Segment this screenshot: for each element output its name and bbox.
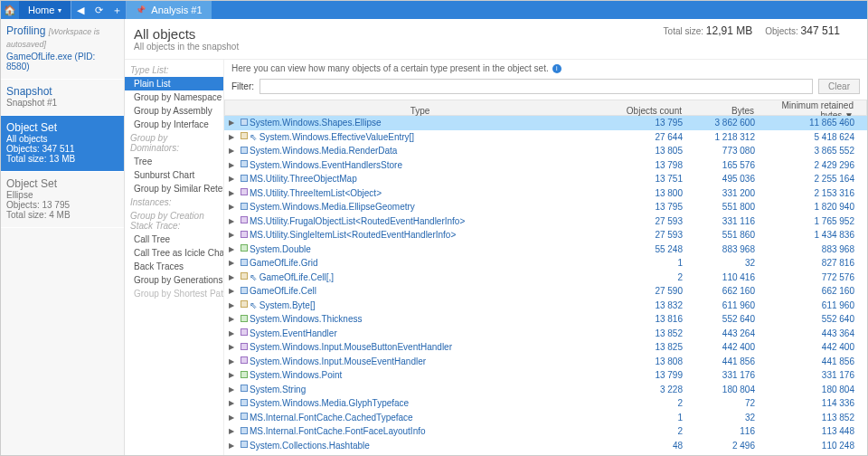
row-expander-icon[interactable]: ▶ (224, 329, 239, 337)
row-expander-icon[interactable]: ▶ (224, 217, 239, 225)
type-name[interactable]: System.Windows.Media.RenderData (250, 146, 616, 156)
typelist-item[interactable]: Group by Interface (125, 118, 223, 131)
row-expander-icon[interactable]: ▶ (224, 273, 239, 281)
sidebar-objectset-2[interactable]: Object Set Ellipse Objects: 13 795 Total… (1, 172, 124, 228)
typelist-item[interactable]: Group by Generations (125, 273, 223, 287)
row-expander-icon[interactable]: ▶ (224, 399, 239, 407)
typelist-item[interactable]: Back Traces (125, 260, 223, 273)
tab-pin-icon[interactable]: 📌 (136, 5, 146, 14)
table-row[interactable]: ▶MS.Utility.ThreeObjectMap13 751495 0362… (224, 172, 867, 186)
typelist-item[interactable]: Call Tree (125, 233, 223, 246)
type-name[interactable]: System.Collections.Hashtable (250, 441, 616, 451)
refresh-button[interactable]: ⟳ (90, 1, 108, 19)
type-name[interactable]: MS.Utility.ThreeItemList<Object> (250, 188, 616, 198)
type-name[interactable]: System.Windows.Media.EllipseGeometry (250, 202, 616, 212)
info-icon[interactable]: i (552, 64, 561, 73)
row-expander-icon[interactable]: ▶ (224, 357, 239, 366)
type-name[interactable]: System.String (250, 385, 616, 394)
table-row[interactable]: ▶System.String3 228180 804180 804 (224, 383, 867, 397)
row-expander-icon[interactable]: ▶ (224, 147, 239, 155)
sidebar-objectset-active[interactable]: Object Set All objects Objects: 347 511 … (1, 116, 124, 172)
table-row[interactable]: ▶System.Windows.EventHandlersStore13 798… (224, 158, 867, 173)
row-expander-icon[interactable]: ▶ (224, 203, 239, 211)
type-name[interactable]: GameOfLife.Grid (250, 258, 616, 268)
table-row[interactable]: ▶MS.Internal.FontCache.FontFaceLayoutInf… (224, 424, 867, 439)
grid-body[interactable]: ▶System.Windows.Shapes.Ellipse13 7953 86… (224, 116, 867, 455)
row-expander-icon[interactable]: ▶ (224, 175, 239, 183)
row-expander-icon[interactable]: ▶ (224, 189, 239, 197)
type-name[interactable]: ⇖ GameOfLife.Cell[,] (250, 272, 616, 282)
col-type[interactable]: Type (225, 106, 615, 116)
tab-analysis[interactable]: 📌 Analysis #1 (127, 1, 211, 19)
typelist-item[interactable]: Group by Assembly (125, 104, 223, 118)
type-name[interactable]: System.Windows.Shapes.Ellipse (250, 118, 616, 128)
type-name[interactable]: MS.Utility.SingleItemList<RoutedEventHan… (250, 230, 616, 240)
table-row[interactable]: ▶System.Windows.Media.RenderData13 80577… (224, 144, 867, 158)
row-expander-icon[interactable]: ▶ (224, 133, 239, 141)
type-name[interactable]: System.Windows.Point (250, 370, 616, 380)
row-expander-icon[interactable]: ▶ (224, 259, 239, 267)
type-name[interactable]: System.Windows.Input.MouseButtonEventHan… (250, 342, 616, 352)
table-row[interactable]: ▶MS.Utility.FrugalObjectList<RoutedEvent… (224, 214, 867, 229)
row-expander-icon[interactable]: ▶ (224, 301, 239, 309)
table-row[interactable]: ▶System.Windows.Input.MouseButtonEventHa… (224, 340, 867, 355)
col-bytes[interactable]: Bytes (687, 106, 760, 116)
table-row[interactable]: ▶System.Windows.Media.GlyphTypeface27211… (224, 396, 867, 411)
table-row[interactable]: ▶System.Windows.Shapes.Ellipse13 7953 86… (224, 116, 867, 130)
row-expander-icon[interactable]: ▶ (224, 161, 239, 169)
type-name[interactable]: ⇖ System.Byte[] (250, 300, 616, 310)
type-name[interactable]: System.Windows.Input.MouseEventHandler (250, 356, 616, 366)
typelist-item[interactable]: Group by Namespace (125, 90, 223, 104)
home-menu-button[interactable]: Home ▾ (19, 1, 71, 19)
table-row[interactable]: ▶MS.Utility.SingleItemList<RoutedEventHa… (224, 228, 867, 242)
type-name[interactable]: MS.Utility.FrugalObjectList<RoutedEventH… (250, 216, 616, 226)
row-expander-icon[interactable]: ▶ (224, 371, 239, 379)
table-row[interactable]: ▶System.Windows.Input.MouseEventHandler1… (224, 355, 867, 369)
nav-back-button[interactable]: ◀ (71, 1, 90, 19)
type-name[interactable]: System.Windows.Thickness (250, 314, 616, 324)
sidebar-snapshot[interactable]: Snapshot Snapshot #1 (1, 80, 124, 116)
table-row[interactable]: ▶⇖ System.Windows.EffectiveValueEntry[]2… (224, 130, 867, 145)
table-row[interactable]: ▶⇖ GameOfLife.Cell[,]2110 416772 576 (224, 271, 867, 285)
table-row[interactable]: ▶System.Windows.Thickness13 816552 64055… (224, 312, 867, 327)
type-name[interactable]: ⇖ System.Windows.EffectiveValueEntry[] (250, 132, 616, 142)
row-expander-icon[interactable]: ▶ (224, 343, 239, 351)
type-name[interactable]: System.EventHandler (250, 328, 616, 338)
row-expander-icon[interactable]: ▶ (224, 245, 239, 253)
row-expander-icon[interactable]: ▶ (224, 385, 239, 394)
typelist-item[interactable]: Tree (125, 155, 223, 168)
table-row[interactable]: ▶System.Windows.Media.EllipseGeometry13 … (224, 200, 867, 214)
type-name[interactable]: GameOfLife.Cell (250, 286, 616, 296)
table-row[interactable]: ▶GameOfLife.Grid132827 816 (224, 256, 867, 271)
type-name[interactable]: MS.Utility.ThreeObjectMap (250, 174, 616, 184)
table-row[interactable]: ▶MS.Internal.FontCache.CachedTypeface132… (224, 411, 867, 425)
type-name[interactable]: MS.Internal.FontCache.CachedTypeface (250, 413, 616, 423)
table-row[interactable]: ▶System.Windows.Point13 799331 176331 17… (224, 368, 867, 383)
typelist-item[interactable]: Group by Similar Retention (125, 182, 223, 195)
row-expander-icon[interactable]: ▶ (224, 413, 239, 422)
type-name[interactable]: System.Double (250, 244, 616, 254)
typelist-item[interactable]: Plain List (125, 77, 223, 90)
col-count[interactable]: Objects count (615, 106, 687, 116)
home-icon[interactable]: 🏠 (1, 1, 19, 19)
filter-clear-button[interactable]: Clear (818, 79, 860, 94)
table-row[interactable]: ▶System.Double55 248883 968883 968 (224, 242, 867, 257)
table-row[interactable]: ▶MS.Utility.ThreeItemList<Object>13 8003… (224, 186, 867, 201)
table-row[interactable]: ▶GameOfLife.Cell27 590662 160662 160 (224, 284, 867, 299)
table-row[interactable]: ▶System.Collections.Hashtable482 496110 … (224, 439, 867, 453)
table-row[interactable]: ▶⇖ System.Byte[]13 832611 960611 960 (224, 299, 867, 313)
row-expander-icon[interactable]: ▶ (224, 287, 239, 295)
row-expander-icon[interactable]: ▶ (224, 442, 239, 450)
row-expander-icon[interactable]: ▶ (224, 315, 239, 323)
row-expander-icon[interactable]: ▶ (224, 427, 239, 435)
type-name[interactable]: MS.Internal.FontCache.FontFaceLayoutInfo (250, 426, 616, 436)
type-name[interactable]: System.Windows.Media.GlyphTypeface (250, 398, 616, 408)
add-button[interactable]: ＋ (108, 1, 126, 19)
filter-input[interactable] (259, 79, 813, 94)
type-name[interactable]: System.Windows.EventHandlersStore (250, 160, 616, 170)
row-expander-icon[interactable]: ▶ (224, 231, 239, 239)
sidebar-profiling[interactable]: Profiling [Workspace is autosaved] GameO… (1, 19, 124, 80)
table-row[interactable]: ▶System.EventHandler13 852443 264443 364 (224, 327, 867, 341)
typelist-item[interactable]: Call Tree as Icicle Chart (125, 246, 223, 260)
typelist-item[interactable]: Sunburst Chart (125, 168, 223, 182)
